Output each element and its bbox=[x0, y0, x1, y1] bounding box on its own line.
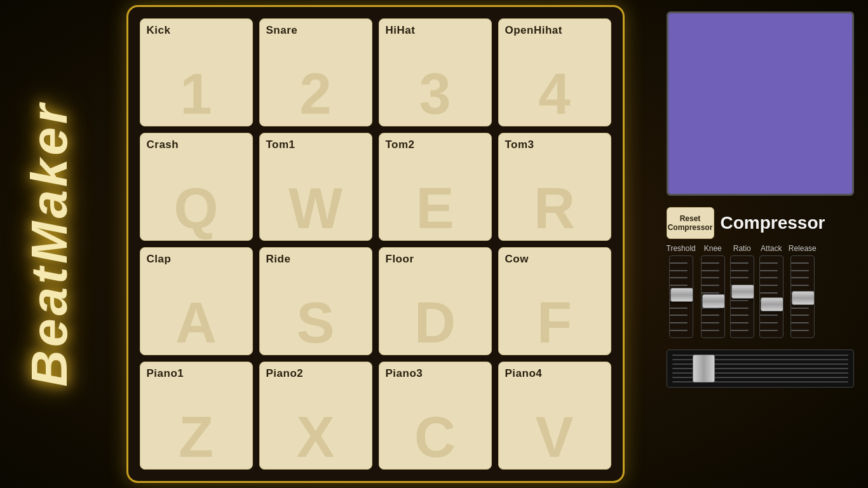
pad-ride[interactable]: RideS bbox=[259, 247, 372, 355]
pad-hihat[interactable]: HiHat3 bbox=[379, 18, 492, 126]
pad-label-crash: Crash bbox=[147, 139, 179, 151]
pad-key-tom3: R bbox=[499, 180, 611, 237]
knee-group: Knee bbox=[701, 244, 725, 338]
slider-line bbox=[670, 330, 688, 331]
knee-handle[interactable] bbox=[702, 294, 725, 308]
pad-key-snare: 2 bbox=[260, 65, 372, 123]
pad-label-ride: Ride bbox=[266, 253, 291, 266]
pad-piano4[interactable]: Piano4V bbox=[498, 362, 611, 470]
slider-line bbox=[760, 315, 778, 316]
pad-key-kick: 1 bbox=[140, 65, 252, 123]
ratio-handle[interactable] bbox=[731, 285, 754, 299]
attack-label: Attack bbox=[761, 244, 782, 253]
pad-key-piano4: V bbox=[499, 409, 611, 466]
pad-key-ride: S bbox=[260, 294, 372, 351]
pad-key-hihat: 3 bbox=[379, 65, 491, 123]
pad-label-clap: Clap bbox=[147, 253, 172, 266]
treshold-label: Treshold bbox=[667, 244, 696, 253]
slider-line bbox=[702, 277, 719, 278]
pad-key-crash: Q bbox=[140, 180, 252, 237]
slider-line bbox=[702, 262, 719, 264]
pad-clap[interactable]: ClapA bbox=[140, 247, 253, 355]
slider-line bbox=[760, 322, 778, 323]
pad-key-cow: F bbox=[499, 294, 611, 351]
slider-line bbox=[702, 285, 719, 286]
pad-label-snare: Snare bbox=[266, 24, 298, 37]
slider-line bbox=[702, 322, 719, 323]
pad-label-floor: Floor bbox=[386, 253, 414, 266]
pad-tom3[interactable]: Tom3R bbox=[498, 133, 611, 241]
slider-line bbox=[731, 330, 749, 331]
pad-label-tom1: Tom1 bbox=[266, 139, 295, 151]
main-container: BeatMaker Kick1Snare2HiHat3OpenHihat4Cra… bbox=[0, 0, 868, 488]
slider-line bbox=[670, 270, 688, 271]
slider-line bbox=[670, 315, 688, 316]
right-panel: ResetCompressor Compressor Treshold bbox=[652, 0, 868, 488]
pad-label-hihat: HiHat bbox=[386, 24, 416, 37]
treshold-group: Treshold bbox=[667, 244, 696, 338]
release-handle[interactable] bbox=[792, 291, 815, 305]
h-slider-handle[interactable] bbox=[693, 355, 715, 383]
compressor-title: Compressor bbox=[721, 213, 825, 233]
pad-key-tom2: E bbox=[379, 180, 491, 237]
slider-line bbox=[702, 270, 719, 271]
pad-cow[interactable]: CowF bbox=[498, 247, 611, 355]
ratio-group: Ratio bbox=[730, 244, 754, 338]
knee-slider[interactable] bbox=[701, 255, 725, 338]
pad-floor[interactable]: FloorD bbox=[379, 247, 492, 355]
slider-line bbox=[670, 322, 688, 323]
slider-line bbox=[760, 292, 778, 294]
slider-line bbox=[791, 277, 809, 278]
slider-line bbox=[731, 308, 749, 309]
pad-piano3[interactable]: Piano3C bbox=[379, 362, 492, 470]
reset-compressor-button[interactable]: ResetCompressor bbox=[667, 207, 714, 239]
pad-key-floor: D bbox=[379, 294, 491, 351]
release-label: Release bbox=[789, 244, 817, 253]
pad-label-kick: Kick bbox=[147, 24, 171, 37]
slider-line bbox=[791, 262, 809, 264]
treshold-slider[interactable] bbox=[669, 255, 693, 338]
slider-line bbox=[702, 330, 719, 331]
slider-line bbox=[731, 322, 749, 323]
pad-tom1[interactable]: Tom1W bbox=[259, 133, 372, 241]
display-screen bbox=[667, 11, 854, 196]
release-slider[interactable] bbox=[790, 255, 815, 338]
pad-label-cow: Cow bbox=[505, 253, 529, 266]
pad-label-piano4: Piano4 bbox=[505, 367, 543, 380]
pad-kick[interactable]: Kick1 bbox=[140, 18, 253, 126]
pad-grid: Kick1Snare2HiHat3OpenHihat4CrashQTom1WTo… bbox=[140, 18, 611, 470]
slider-line bbox=[670, 262, 688, 264]
pad-area: Kick1Snare2HiHat3OpenHihat4CrashQTom1WTo… bbox=[98, 0, 652, 488]
pad-key-piano3: C bbox=[379, 409, 491, 466]
ratio-slider[interactable] bbox=[730, 255, 754, 338]
pad-piano1[interactable]: Piano1Z bbox=[140, 362, 253, 470]
attack-handle[interactable] bbox=[761, 297, 783, 311]
slider-line bbox=[791, 330, 809, 331]
compressor-header: ResetCompressor Compressor bbox=[667, 207, 854, 239]
attack-slider[interactable] bbox=[759, 255, 783, 338]
attack-group: Attack bbox=[759, 244, 783, 338]
pad-label-tom3: Tom3 bbox=[505, 139, 534, 151]
slider-line bbox=[760, 262, 778, 264]
slider-line bbox=[702, 315, 719, 316]
pad-label-openhihat: OpenHihat bbox=[505, 24, 562, 37]
pad-openhihat[interactable]: OpenHihat4 bbox=[498, 18, 611, 126]
pad-tom2[interactable]: Tom2E bbox=[379, 133, 492, 241]
bottom-control[interactable] bbox=[667, 349, 854, 388]
pad-key-openhihat: 4 bbox=[499, 65, 611, 123]
treshold-handle[interactable] bbox=[670, 288, 693, 302]
pad-key-clap: A bbox=[140, 294, 252, 351]
slider-line bbox=[760, 277, 778, 278]
app-title: BeatMaker bbox=[20, 101, 79, 387]
slider-line bbox=[760, 330, 778, 331]
slider-line bbox=[702, 292, 719, 294]
pad-crash[interactable]: CrashQ bbox=[140, 133, 253, 241]
ratio-label: Ratio bbox=[733, 244, 751, 253]
compressor-section: ResetCompressor Compressor Treshold bbox=[667, 207, 854, 338]
slider-line bbox=[760, 285, 778, 286]
pad-snare[interactable]: Snare2 bbox=[259, 18, 372, 126]
slider-line bbox=[670, 308, 688, 309]
release-group: Release bbox=[789, 244, 817, 338]
pad-piano2[interactable]: Piano2X bbox=[259, 362, 372, 470]
slider-line bbox=[731, 277, 749, 278]
